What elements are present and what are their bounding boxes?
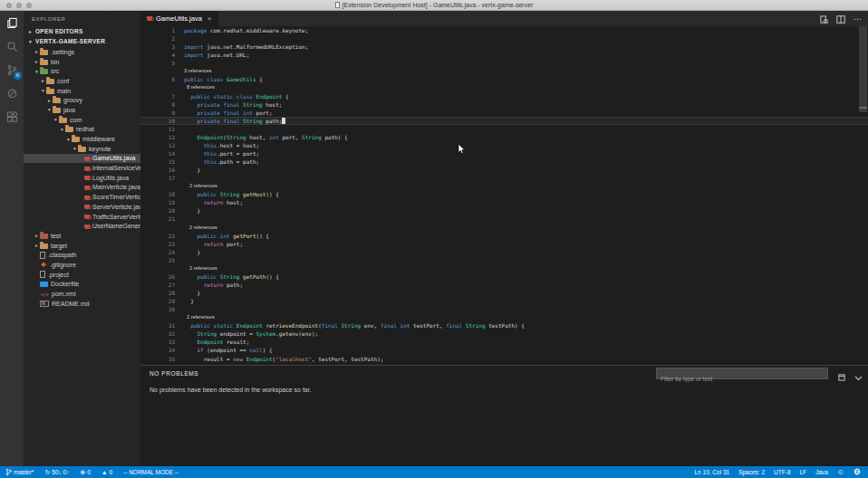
errors-status[interactable]: ⊗0: [80, 469, 91, 476]
tree-item--gitignore[interactable]: ◆.gitignore: [24, 260, 140, 270]
code-line[interactable]: 29 }: [140, 297, 868, 305]
code-line[interactable]: 4import java.net.URL;: [140, 51, 868, 59]
close-panel-chevron-icon[interactable]: [854, 368, 863, 385]
tree-item--classpath[interactable]: .classpath: [24, 250, 140, 260]
maximize-panel-icon[interactable]: [838, 368, 845, 385]
code-line[interactable]: 34 if (endpoint == null) {: [140, 346, 868, 354]
code-line[interactable]: 15 this.path = path;: [140, 158, 868, 166]
code-line[interactable]: 12 Endpoint(String host, int port, Strin…: [140, 133, 868, 141]
encoding-status[interactable]: UTF-8: [774, 469, 790, 475]
tree-item-label: UserNameGenerat...: [92, 223, 140, 229]
tree-item-serververticle-java[interactable]: ServerVerticle.java: [24, 202, 140, 212]
tree-item-dockerfile[interactable]: Dockerfile: [24, 280, 140, 290]
code-line[interactable]: 10 private final String path;: [140, 117, 868, 125]
code-text: }: [184, 206, 200, 215]
extensions-icon[interactable]: [0, 105, 24, 129]
code-line[interactable]: 28 }: [140, 289, 868, 297]
cursor-position-status[interactable]: Ln 10, Col 31: [694, 469, 729, 475]
tree-item-conf[interactable]: ▸conf: [24, 76, 140, 86]
code-line[interactable]: 25: [140, 256, 868, 264]
codelens-row[interactable]: 2 references: [140, 264, 868, 272]
close-tab-icon[interactable]: ×: [207, 14, 212, 23]
codelens-row[interactable]: 2 references: [140, 182, 868, 190]
code-line[interactable]: 14 this.port = port;: [140, 149, 868, 158]
code-line[interactable]: 24 }: [140, 248, 868, 256]
tree-item-internalservicever-[interactable]: InternalServiceVer...: [24, 163, 140, 173]
tree-item-gameutils-java[interactable]: GameUtils.java: [24, 154, 140, 164]
code-line[interactable]: 26 public String getPath() {: [140, 272, 868, 281]
tree-item--project[interactable]: .project: [24, 270, 140, 280]
tab-gameutils-java[interactable]: GameUtils.java ×: [140, 11, 218, 26]
indentation-status[interactable]: Spaces: 2: [738, 469, 765, 475]
tree-item-trafficserververti-[interactable]: TrafficServerVerti...: [24, 212, 140, 222]
tree-item-test[interactable]: ▸test: [24, 231, 140, 241]
more-actions-icon[interactable]: ⋯: [854, 16, 863, 22]
code-line[interactable]: 8 private final String host;: [140, 100, 868, 109]
git-branch-status[interactable]: master*: [5, 468, 34, 477]
tree-item-main[interactable]: ▾main: [24, 86, 140, 96]
code-line[interactable]: 16 }: [140, 166, 868, 174]
code-line[interactable]: 2: [140, 34, 868, 43]
code-line[interactable]: 22 public int getPort() {: [140, 232, 868, 240]
tree-item-readme-md[interactable]: M↓README.md: [24, 299, 140, 309]
line-number: 14: [140, 149, 180, 158]
problems-filter-input[interactable]: [657, 374, 827, 384]
feedback-status[interactable]: ☺: [837, 468, 844, 476]
tree-item-src[interactable]: ▾src: [24, 66, 140, 76]
code-line[interactable]: 33 Endpoint result;: [140, 338, 868, 346]
code-line[interactable]: 17: [140, 174, 868, 182]
tree-item-pom-xml[interactable]: </>pom.xml: [24, 289, 140, 299]
editor-scrollbar[interactable]: [859, 26, 867, 112]
eol-status[interactable]: LF: [800, 469, 807, 475]
tree-item-mainverticle-java[interactable]: MainVerticle.java: [24, 183, 140, 193]
code-line[interactable]: 31 public static Endpoint retrieveEndpoi…: [140, 321, 868, 330]
code-line[interactable]: 9 private final int port;: [140, 109, 868, 117]
files-icon[interactable]: [0, 11, 24, 34]
tree-item-logutils-java[interactable]: LogUtils.java: [24, 173, 140, 183]
code-line[interactable]: 11: [140, 125, 868, 133]
code-line[interactable]: 6public class GameUtils {: [140, 75, 868, 83]
debug-icon[interactable]: [0, 81, 24, 105]
vim-mode-status[interactable]: -- NORMAL MODE --: [123, 469, 178, 475]
code-line[interactable]: 7 public static class Endpoint {: [140, 92, 868, 100]
tree-item-redhat[interactable]: ▾redhat: [24, 125, 140, 135]
workspace-section[interactable]: ▾ VERTX-GAME-SERVER: [24, 36, 140, 46]
code-line[interactable]: 20 }: [140, 206, 868, 215]
split-editor-icon[interactable]: [836, 11, 845, 27]
codelens-row[interactable]: 2 references: [140, 224, 868, 232]
codelens-row[interactable]: 2 references: [140, 313, 868, 321]
tree-item-keynote[interactable]: ▾keynote: [24, 144, 140, 154]
code-line[interactable]: 23 return port;: [140, 240, 868, 248]
code-line[interactable]: 30: [140, 305, 868, 313]
tree-item-usernamegenerat-[interactable]: UserNameGenerat...: [24, 221, 140, 231]
codelens-row[interactable]: 8 references: [140, 83, 868, 91]
code-line[interactable]: 27 return path;: [140, 281, 868, 289]
source-control-icon[interactable]: 6: [0, 58, 24, 81]
open-preview-icon[interactable]: [820, 11, 828, 27]
code-line[interactable]: 35 result = new Endpoint("localhost", te…: [140, 355, 868, 363]
code-editor[interactable]: 1package com.redhat.middleware.keynote;2…: [140, 26, 868, 365]
code-line[interactable]: 1package com.redhat.middleware.keynote;: [140, 26, 868, 34]
code-line[interactable]: 3import java.net.MalformedURLException;: [140, 43, 868, 51]
warnings-status[interactable]: ▲0: [101, 469, 112, 475]
code-line[interactable]: 21: [140, 215, 868, 223]
tree-item-middleware[interactable]: ▾middleware: [24, 134, 140, 144]
language-mode-status[interactable]: Java: [815, 469, 828, 475]
sync-status[interactable]: ↻50↓ 0↑: [44, 469, 69, 476]
code-line[interactable]: 5: [140, 59, 868, 67]
codelens-row[interactable]: 3 references: [140, 67, 868, 75]
code-line[interactable]: 13 this.host = host;: [140, 141, 868, 149]
tree-item--settings[interactable]: ▸.settings: [24, 47, 140, 57]
tree-item-scoretimerverticl-[interactable]: ScoreTimerVerticl...: [24, 192, 140, 202]
telemetry-status[interactable]: [854, 468, 861, 476]
code-line[interactable]: 18 public String getHost() {: [140, 190, 868, 198]
tree-item-bin[interactable]: ▸bin: [24, 57, 140, 67]
tree-item-target[interactable]: ▸target: [24, 241, 140, 251]
search-icon[interactable]: [0, 34, 24, 58]
tree-item-groovy[interactable]: ▸groovy: [24, 95, 140, 105]
open-editors-section[interactable]: ▸ OPEN EDITORS: [24, 26, 140, 36]
tree-item-com[interactable]: ▾com: [24, 115, 140, 125]
code-line[interactable]: 32 String endpoint = System.getenv(env);: [140, 330, 868, 338]
tree-item-java[interactable]: ▾java: [24, 105, 140, 115]
code-line[interactable]: 19 return host;: [140, 198, 868, 206]
